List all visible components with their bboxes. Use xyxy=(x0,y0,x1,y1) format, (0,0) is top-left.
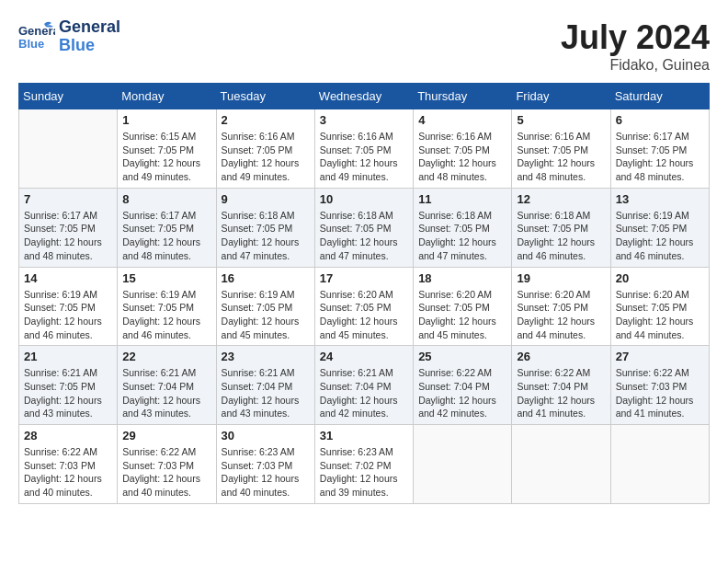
day-number: 31 xyxy=(320,429,408,442)
day-info: Sunrise: 6:19 AMSunset: 7:05 PMDaylight:… xyxy=(222,288,310,342)
month-title: July 2024 xyxy=(561,18,710,57)
day-info: Sunrise: 6:17 AMSunset: 7:05 PMDaylight:… xyxy=(616,130,704,184)
calendar-header-row: SundayMondayTuesdayWednesdayThursdayFrid… xyxy=(19,84,710,109)
calendar-cell: 31Sunrise: 6:23 AMSunset: 7:02 PMDayligh… xyxy=(314,425,413,504)
day-info: Sunrise: 6:17 AMSunset: 7:05 PMDaylight:… xyxy=(122,209,210,263)
calendar-cell: 20Sunrise: 6:20 AMSunset: 7:05 PMDayligh… xyxy=(610,267,709,346)
logo-general-text: General xyxy=(59,18,120,37)
calendar-week-4: 21Sunrise: 6:21 AMSunset: 7:05 PMDayligh… xyxy=(19,346,710,425)
day-number: 25 xyxy=(418,350,506,363)
day-number: 28 xyxy=(24,429,112,442)
day-info: Sunrise: 6:17 AMSunset: 7:05 PMDaylight:… xyxy=(24,209,112,263)
logo-blue-text: Blue xyxy=(59,37,120,55)
column-header-wednesday: Wednesday xyxy=(314,84,413,109)
calendar-cell: 17Sunrise: 6:20 AMSunset: 7:05 PMDayligh… xyxy=(314,267,413,346)
calendar-week-2: 7Sunrise: 6:17 AMSunset: 7:05 PMDaylight… xyxy=(19,188,710,267)
day-info: Sunrise: 6:21 AMSunset: 7:04 PMDaylight:… xyxy=(222,366,310,420)
day-number: 29 xyxy=(122,429,210,442)
calendar-week-1: 1Sunrise: 6:15 AMSunset: 7:05 PMDaylight… xyxy=(19,109,710,189)
calendar-cell: 22Sunrise: 6:21 AMSunset: 7:04 PMDayligh… xyxy=(118,346,216,425)
day-info: Sunrise: 6:21 AMSunset: 7:05 PMDaylight:… xyxy=(24,366,112,420)
day-number: 3 xyxy=(320,113,408,127)
day-number: 14 xyxy=(24,271,112,285)
calendar-cell: 21Sunrise: 6:21 AMSunset: 7:05 PMDayligh… xyxy=(19,346,118,425)
day-number: 1 xyxy=(122,113,210,127)
calendar-cell: 26Sunrise: 6:22 AMSunset: 7:04 PMDayligh… xyxy=(512,346,610,425)
calendar-cell: 16Sunrise: 6:19 AMSunset: 7:05 PMDayligh… xyxy=(216,267,314,346)
column-header-tuesday: Tuesday xyxy=(216,84,314,109)
calendar-cell: 29Sunrise: 6:22 AMSunset: 7:03 PMDayligh… xyxy=(118,425,216,504)
day-info: Sunrise: 6:20 AMSunset: 7:05 PMDaylight:… xyxy=(616,288,704,342)
day-info: Sunrise: 6:18 AMSunset: 7:05 PMDaylight:… xyxy=(320,209,408,263)
calendar-cell: 12Sunrise: 6:18 AMSunset: 7:05 PMDayligh… xyxy=(512,188,610,267)
calendar-week-3: 14Sunrise: 6:19 AMSunset: 7:05 PMDayligh… xyxy=(19,267,710,346)
logo-icon: General Blue xyxy=(18,18,55,55)
day-number: 20 xyxy=(616,271,704,285)
day-number: 22 xyxy=(122,350,210,363)
day-number: 10 xyxy=(320,192,408,206)
day-number: 26 xyxy=(517,350,605,363)
calendar-cell: 9Sunrise: 6:18 AMSunset: 7:05 PMDaylight… xyxy=(216,188,314,267)
calendar-cell: 11Sunrise: 6:18 AMSunset: 7:05 PMDayligh… xyxy=(414,188,512,267)
day-number: 19 xyxy=(517,271,605,285)
day-number: 21 xyxy=(24,350,112,363)
day-number: 15 xyxy=(122,271,210,285)
day-number: 6 xyxy=(616,113,704,127)
day-info: Sunrise: 6:20 AMSunset: 7:05 PMDaylight:… xyxy=(418,288,506,342)
day-number: 2 xyxy=(222,113,310,127)
day-number: 23 xyxy=(222,350,310,363)
day-number: 4 xyxy=(418,113,506,127)
day-info: Sunrise: 6:22 AMSunset: 7:03 PMDaylight:… xyxy=(616,366,704,420)
day-info: Sunrise: 6:22 AMSunset: 7:04 PMDaylight:… xyxy=(517,366,605,420)
calendar-cell: 2Sunrise: 6:16 AMSunset: 7:05 PMDaylight… xyxy=(216,109,314,189)
calendar-cell xyxy=(19,109,118,189)
day-number: 12 xyxy=(517,192,605,206)
day-number: 18 xyxy=(418,271,506,285)
day-number: 8 xyxy=(122,192,210,206)
day-info: Sunrise: 6:16 AMSunset: 7:05 PMDaylight:… xyxy=(418,130,506,184)
calendar-cell: 1Sunrise: 6:15 AMSunset: 7:05 PMDaylight… xyxy=(118,109,216,189)
column-header-monday: Monday xyxy=(118,84,216,109)
calendar-cell: 18Sunrise: 6:20 AMSunset: 7:05 PMDayligh… xyxy=(414,267,512,346)
calendar-cell: 30Sunrise: 6:23 AMSunset: 7:03 PMDayligh… xyxy=(216,425,314,504)
day-number: 17 xyxy=(320,271,408,285)
title-block: July 2024 Fidako, Guinea xyxy=(561,18,710,74)
calendar-week-5: 28Sunrise: 6:22 AMSunset: 7:03 PMDayligh… xyxy=(19,425,710,504)
day-info: Sunrise: 6:16 AMSunset: 7:05 PMDaylight:… xyxy=(320,130,408,184)
calendar-cell: 10Sunrise: 6:18 AMSunset: 7:05 PMDayligh… xyxy=(314,188,413,267)
day-number: 13 xyxy=(616,192,704,206)
day-info: Sunrise: 6:18 AMSunset: 7:05 PMDaylight:… xyxy=(222,209,310,263)
day-info: Sunrise: 6:18 AMSunset: 7:05 PMDaylight:… xyxy=(517,209,605,263)
page-header: General Blue GeneralBlue July 2024 Fidak… xyxy=(18,18,710,74)
day-info: Sunrise: 6:20 AMSunset: 7:05 PMDaylight:… xyxy=(320,288,408,342)
calendar-cell: 4Sunrise: 6:16 AMSunset: 7:05 PMDaylight… xyxy=(414,109,512,189)
calendar-cell: 5Sunrise: 6:16 AMSunset: 7:05 PMDaylight… xyxy=(512,109,610,189)
day-number: 11 xyxy=(418,192,506,206)
calendar-cell: 3Sunrise: 6:16 AMSunset: 7:05 PMDaylight… xyxy=(314,109,413,189)
calendar-cell: 8Sunrise: 6:17 AMSunset: 7:05 PMDaylight… xyxy=(118,188,216,267)
calendar-cell: 6Sunrise: 6:17 AMSunset: 7:05 PMDaylight… xyxy=(610,109,709,189)
day-info: Sunrise: 6:22 AMSunset: 7:03 PMDaylight:… xyxy=(122,445,210,500)
day-info: Sunrise: 6:19 AMSunset: 7:05 PMDaylight:… xyxy=(122,288,210,342)
day-info: Sunrise: 6:19 AMSunset: 7:05 PMDaylight:… xyxy=(616,209,704,263)
calendar-cell: 14Sunrise: 6:19 AMSunset: 7:05 PMDayligh… xyxy=(19,267,118,346)
day-number: 5 xyxy=(517,113,605,127)
calendar-cell: 27Sunrise: 6:22 AMSunset: 7:03 PMDayligh… xyxy=(610,346,709,425)
day-number: 27 xyxy=(616,350,704,363)
day-info: Sunrise: 6:22 AMSunset: 7:03 PMDaylight:… xyxy=(24,445,112,500)
column-header-saturday: Saturday xyxy=(610,84,709,109)
calendar-table: SundayMondayTuesdayWednesdayThursdayFrid… xyxy=(18,83,710,504)
day-info: Sunrise: 6:22 AMSunset: 7:04 PMDaylight:… xyxy=(418,366,506,420)
day-number: 30 xyxy=(222,429,310,442)
day-info: Sunrise: 6:15 AMSunset: 7:05 PMDaylight:… xyxy=(122,130,210,184)
logo-words: GeneralBlue xyxy=(59,18,120,55)
calendar-cell xyxy=(414,425,512,504)
day-info: Sunrise: 6:21 AMSunset: 7:04 PMDaylight:… xyxy=(320,366,408,420)
calendar-cell: 7Sunrise: 6:17 AMSunset: 7:05 PMDaylight… xyxy=(19,188,118,267)
day-info: Sunrise: 6:20 AMSunset: 7:05 PMDaylight:… xyxy=(517,288,605,342)
column-header-thursday: Thursday xyxy=(414,84,512,109)
calendar-cell: 19Sunrise: 6:20 AMSunset: 7:05 PMDayligh… xyxy=(512,267,610,346)
day-number: 7 xyxy=(24,192,112,206)
day-info: Sunrise: 6:19 AMSunset: 7:05 PMDaylight:… xyxy=(24,288,112,342)
location: Fidako, Guinea xyxy=(561,57,710,74)
